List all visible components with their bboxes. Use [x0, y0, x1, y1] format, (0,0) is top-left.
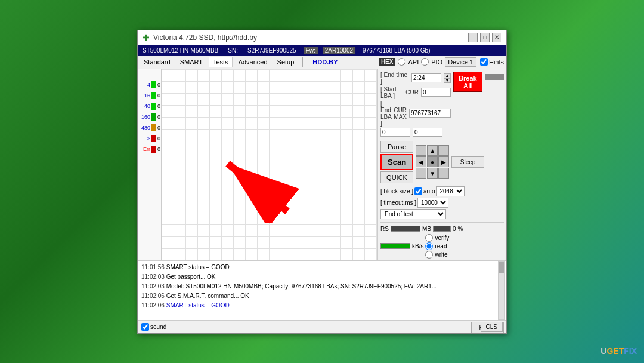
- menu-advanced[interactable]: Advanced: [235, 57, 271, 67]
- dir-empty-tr: [438, 145, 449, 156]
- minimize-button[interactable]: —: [468, 33, 478, 42]
- sleep-button[interactable]: Sleep: [451, 156, 484, 168]
- device-label: Device 1: [445, 57, 476, 67]
- bar-label-16: 16: [138, 93, 150, 99]
- lba-value: 976773168 LBA (500 Gb): [360, 47, 432, 54]
- read-radio[interactable]: [425, 242, 433, 250]
- bar-row-4: 4 0: [138, 81, 160, 88]
- dir-left[interactable]: ◀: [416, 156, 426, 167]
- block-size-label: [ block size ]: [380, 188, 413, 195]
- bar-row-gt: > 0: [138, 135, 160, 142]
- auto-checkbox[interactable]: [414, 187, 422, 195]
- direction-arrows: ▲ ◀ ● ▶ ▼: [416, 145, 449, 179]
- top-controls: [ End time ] ▲ ▼ [ Start LBA ] CUR [ End: [380, 72, 504, 137]
- end-lba-row: [ End LBA ] CUR MAX: [380, 100, 451, 127]
- dir-down[interactable]: ▼: [427, 168, 438, 179]
- block-size-row: [ block size ] auto 2048: [380, 186, 504, 196]
- end-time-down[interactable]: ▼: [444, 78, 451, 83]
- hex-button[interactable]: HEX: [379, 58, 396, 66]
- bar-color-gt: [151, 135, 156, 142]
- log-line-1: 11:01:56 SMART status = GOOD: [141, 263, 503, 272]
- bar-row-err: Err 0: [138, 146, 160, 153]
- auto-label: auto: [423, 188, 435, 195]
- verify-option: verify: [425, 234, 449, 242]
- log-time-2: 11:02:03: [141, 273, 165, 280]
- menu-standard[interactable]: Standard: [140, 57, 174, 67]
- bar-color-480: [151, 124, 156, 131]
- hints-checkbox[interactable]: [480, 58, 488, 66]
- pio-label: PIO: [431, 59, 442, 66]
- end-time-spinner: ▲ ▼: [444, 73, 451, 83]
- hdd-by-link[interactable]: HDD.BY: [312, 59, 338, 66]
- watermark-fix: FIX: [624, 346, 637, 356]
- bar-label-480: 480: [138, 125, 150, 131]
- dir-up[interactable]: ▲: [427, 145, 438, 156]
- bar-val-err: 0: [157, 146, 160, 152]
- scan-row: Pause Scan QUICK ▲ ◀ ● ▶ ▼ Sleep: [380, 141, 504, 183]
- end-lba-input[interactable]: [409, 109, 451, 118]
- log-area: 11:01:56 SMART status = GOOD 11:02:03 Ge…: [138, 260, 506, 320]
- sn-label: SN:: [225, 47, 240, 54]
- pio-radio[interactable]: [421, 58, 429, 66]
- verify-radio[interactable]: [425, 234, 433, 242]
- quick-button[interactable]: QUICK: [380, 171, 413, 183]
- end-test-select[interactable]: End of test: [380, 209, 446, 219]
- api-radio[interactable]: [398, 58, 405, 66]
- lba-controls: [ End time ] ▲ ▼ [ Start LBA ] CUR [ End: [380, 72, 451, 137]
- dir-center[interactable]: ●: [427, 156, 438, 167]
- second-input[interactable]: [380, 128, 410, 137]
- rs-row: RS MB 0 %: [380, 226, 504, 232]
- log-time-5: 11:02:06: [141, 302, 165, 309]
- menu-setup[interactable]: Setup: [274, 57, 298, 67]
- write-radio[interactable]: [425, 251, 433, 259]
- cls-button[interactable]: CLS: [481, 322, 503, 332]
- pct-value: 0: [453, 226, 456, 232]
- title-controls: — □ ✕: [468, 33, 501, 42]
- end-time-up[interactable]: ▲: [444, 73, 451, 78]
- dir-right[interactable]: ▶: [438, 156, 449, 167]
- hex-section: HEX API PIO Device 1: [379, 57, 476, 67]
- rs-bar: [391, 226, 420, 232]
- menu-smart[interactable]: SMART: [177, 57, 206, 67]
- hints-checkbox-group: Hints: [480, 58, 504, 66]
- menu-tests[interactable]: Tests: [209, 57, 233, 67]
- fw-label: Fw:: [304, 47, 318, 54]
- timeout-select[interactable]: 10000: [417, 198, 448, 208]
- bar-color-err: [151, 146, 156, 153]
- bar-labels-column: 4 0 16 0 40 0 160 0: [138, 69, 162, 260]
- bar-val-40: 0: [157, 103, 160, 109]
- scan-button[interactable]: Scan: [380, 154, 413, 170]
- bar-val-160: 0: [157, 114, 160, 120]
- maximize-button[interactable]: □: [480, 33, 490, 42]
- end-time-input[interactable]: [411, 73, 441, 82]
- log-text-4: Get S.M.A.R.T. command... OK: [166, 293, 249, 299]
- second-row: [380, 128, 451, 137]
- grid-canvas: [138, 69, 377, 260]
- pause-button[interactable]: Pause: [380, 141, 413, 153]
- close-button[interactable]: ✕: [492, 33, 501, 42]
- block-size-select[interactable]: 2048: [436, 186, 465, 196]
- log-line-4: 11:02:06 Get S.M.A.R.T. command... OK: [141, 291, 503, 301]
- bar-val-16: 0: [157, 93, 160, 99]
- write-option: write: [425, 251, 449, 259]
- sound-checkbox[interactable]: [141, 323, 149, 331]
- bar-color-40: [151, 103, 156, 110]
- log-text-3: Model: ST500LM012 HN-M500MBB; Capacity: …: [166, 283, 436, 290]
- dir-empty-br: [438, 168, 449, 179]
- menu-separator: [302, 57, 303, 67]
- log-text-1: SMART status = GOOD: [166, 264, 230, 270]
- pct-sign: %: [457, 226, 463, 232]
- cur-max-label: CUR MAX: [394, 107, 407, 120]
- break-all-button[interactable]: Break All: [453, 72, 482, 92]
- start-lba-input[interactable]: [421, 88, 451, 97]
- progress-mini-bar: [485, 74, 504, 80]
- log-scrollbar[interactable]: [498, 261, 505, 320]
- log-time-4: 11:02:06: [141, 293, 165, 299]
- read-label: read: [435, 243, 447, 250]
- watermark-get: GET: [606, 346, 624, 356]
- log-line-2: 11:02:03 Get passport... OK: [141, 272, 503, 282]
- app-icon: ✚: [143, 33, 150, 42]
- log-scrollbar-thumb[interactable]: [499, 262, 504, 273]
- end-test-row: End of test: [380, 209, 504, 219]
- lba-input[interactable]: [413, 128, 442, 137]
